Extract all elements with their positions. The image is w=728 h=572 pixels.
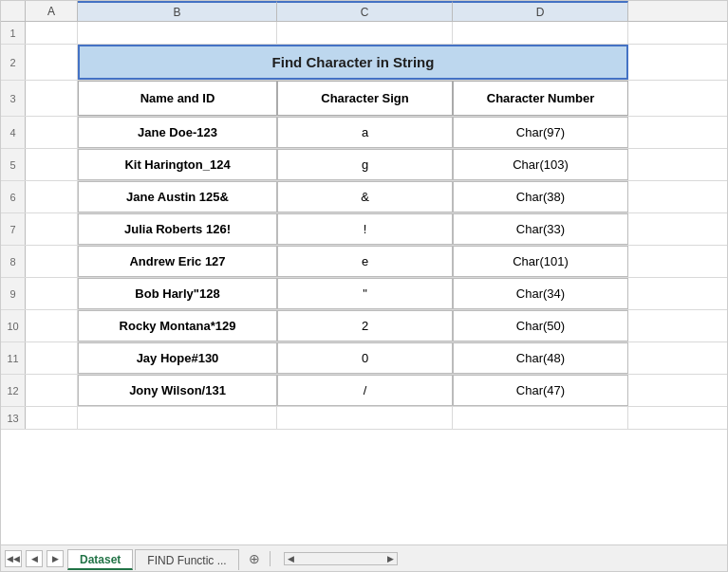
cell-b13[interactable]: [78, 407, 277, 429]
spreadsheet: A B C D 1 2 Find Character in String 3 N…: [0, 0, 728, 572]
table-row: 1: [1, 22, 727, 45]
col-header-sign[interactable]: Character Sign: [277, 81, 453, 116]
cell-name-3[interactable]: Julia Roberts 126!: [78, 213, 277, 245]
sheet-tab-dataset[interactable]: Dataset: [67, 549, 133, 570]
table-row: 5 Kit Harington_124 g Char(103): [1, 149, 727, 181]
table-row: 11 Jay Hope#130 0 Char(48): [1, 342, 727, 375]
row-num-header-corner: [1, 1, 26, 21]
row-number: 2: [1, 45, 26, 80]
row-number: 6: [1, 181, 26, 212]
col-header-d[interactable]: D: [453, 1, 628, 21]
cell-sign-7[interactable]: 0: [277, 342, 453, 374]
cell-a13[interactable]: [26, 407, 78, 429]
col-header-number[interactable]: Character Number: [453, 81, 628, 116]
cell-a4[interactable]: [26, 117, 78, 148]
cell-b1[interactable]: [78, 22, 277, 44]
row-number: 1: [1, 22, 26, 44]
table-row: 6 Jane Austin 125& & Char(38): [1, 181, 727, 213]
tab-bar: ◀◀ ◀ ▶ Dataset FIND Functic ... ⊕ ◀ ▶: [1, 544, 727, 571]
cell-a5[interactable]: [26, 149, 78, 180]
cell-sign-6[interactable]: 2: [277, 310, 453, 341]
cell-number-7[interactable]: Char(48): [453, 342, 628, 374]
cell-a10[interactable]: [26, 310, 78, 341]
cell-name-4[interactable]: Andrew Eric 127: [78, 246, 277, 277]
cell-name-2[interactable]: Jane Austin 125&: [78, 181, 277, 212]
cell-name-7[interactable]: Jay Hope#130: [78, 342, 277, 374]
cell-number-0[interactable]: Char(97): [453, 117, 628, 148]
table-row: 7 Julia Roberts 126! ! Char(33): [1, 213, 727, 246]
scroll-left-icon: ◀: [285, 554, 297, 563]
tab-nav-first[interactable]: ◀◀: [5, 550, 22, 567]
sheet-tab-find[interactable]: FIND Functic ...: [135, 549, 238, 570]
col-header-a[interactable]: A: [26, 1, 78, 21]
table-row: 10 Rocky Montana*129 2 Char(50): [1, 310, 727, 342]
row-number: 5: [1, 149, 26, 180]
cell-name-1[interactable]: Kit Harington_124: [78, 149, 277, 180]
cell-sign-5[interactable]: ": [277, 278, 453, 309]
cell-sign-4[interactable]: e: [277, 246, 453, 277]
cell-number-6[interactable]: Char(50): [453, 310, 628, 341]
cell-a6[interactable]: [26, 181, 78, 212]
col-header-c[interactable]: C: [277, 1, 453, 21]
row-number: 3: [1, 81, 26, 116]
cell-sign-1[interactable]: g: [277, 149, 453, 180]
cell-d1[interactable]: [453, 22, 628, 44]
row-number: 7: [1, 213, 26, 245]
scroll-right-icon: ▶: [384, 554, 397, 563]
cell-a11[interactable]: [26, 342, 78, 374]
cell-number-2[interactable]: Char(38): [453, 181, 628, 212]
cell-number-5[interactable]: Char(34): [453, 278, 628, 309]
cell-name-5[interactable]: Bob Harly"128: [78, 278, 277, 309]
tab-separator: [270, 551, 271, 566]
cell-sign-2[interactable]: &: [277, 181, 453, 212]
title-row: 2 Find Character in String: [1, 45, 727, 81]
cell-a9[interactable]: [26, 278, 78, 309]
row-number: 8: [1, 246, 26, 277]
cell-a2[interactable]: [26, 45, 78, 80]
cell-d13[interactable]: [453, 407, 628, 429]
table-row: 9 Bob Harly"128 " Char(34): [1, 278, 727, 310]
cell-number-3[interactable]: Char(33): [453, 213, 628, 245]
title-cell[interactable]: Find Character in String: [78, 45, 628, 80]
grid: 1 2 Find Character in String 3 Name and …: [1, 22, 727, 544]
cell-name-8[interactable]: Jony Wilson/131: [78, 375, 277, 406]
cell-sign-3[interactable]: !: [277, 213, 453, 245]
table-row: 12 Jony Wilson/131 / Char(47): [1, 375, 727, 407]
tab-nav-prev[interactable]: ◀: [26, 550, 43, 567]
cell-a1[interactable]: [26, 22, 78, 44]
cell-name-6[interactable]: Rocky Montana*129: [78, 310, 277, 341]
cell-c1[interactable]: [277, 22, 453, 44]
table-row: 13: [1, 407, 727, 430]
row-number: 13: [1, 407, 26, 429]
cell-number-4[interactable]: Char(101): [453, 246, 628, 277]
col-header-name[interactable]: Name and ID: [78, 81, 277, 116]
add-sheet-button[interactable]: ⊕: [245, 549, 264, 568]
row-number: 9: [1, 278, 26, 309]
tab-nav-next[interactable]: ▶: [47, 550, 64, 567]
col-header-b[interactable]: B: [78, 1, 277, 21]
table-row: 4 Jane Doe-123 a Char(97): [1, 117, 727, 149]
row-number: 4: [1, 117, 26, 148]
table-row: 8 Andrew Eric 127 e Char(101): [1, 246, 727, 278]
cell-a8[interactable]: [26, 246, 78, 277]
sheet-scrollbar[interactable]: ◀ ▶: [284, 552, 398, 565]
column-headers: A B C D: [1, 1, 727, 22]
cell-a3[interactable]: [26, 81, 78, 116]
cell-number-8[interactable]: Char(47): [453, 375, 628, 406]
cell-c13[interactable]: [277, 407, 453, 429]
header-row: 3 Name and ID Character Sign Character N…: [1, 81, 727, 117]
cell-a7[interactable]: [26, 213, 78, 245]
cell-sign-8[interactable]: /: [277, 375, 453, 406]
cell-a12[interactable]: [26, 375, 78, 406]
row-number: 10: [1, 310, 26, 341]
cell-sign-0[interactable]: a: [277, 117, 453, 148]
cell-number-1[interactable]: Char(103): [453, 149, 628, 180]
row-number: 12: [1, 375, 26, 406]
cell-name-0[interactable]: Jane Doe-123: [78, 117, 277, 148]
row-number: 11: [1, 342, 26, 374]
